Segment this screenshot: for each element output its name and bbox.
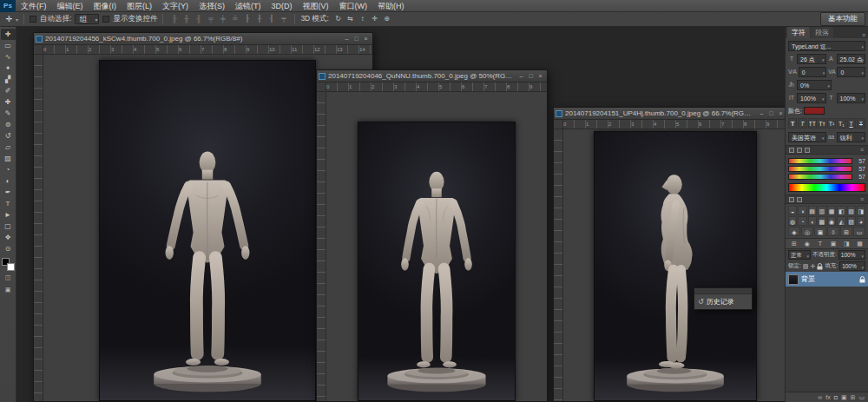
3d-mode-icon[interactable]: ↻ [332, 14, 344, 24]
tab-character[interactable]: 字符 [787, 27, 810, 38]
adjustment-icon[interactable]: ◒ [788, 206, 797, 215]
text-style-superscript-button[interactable]: T¹ [827, 118, 836, 129]
restore-button[interactable]: □ [766, 108, 776, 119]
opacity-field[interactable]: 100% [838, 250, 865, 260]
menu-item[interactable]: 3D(D) [266, 0, 298, 12]
adjustment-icon[interactable]: ▧ [847, 206, 856, 215]
adjustment-icon[interactable]: ◍ [788, 216, 797, 226]
minimize-button[interactable]: – [516, 70, 526, 82]
minimize-button[interactable]: – [342, 33, 352, 44]
eraser-tool[interactable]: ▱ [1, 142, 16, 153]
lock-all-icon[interactable] [817, 263, 823, 270]
adjustment-icon[interactable]: ◊ [827, 227, 839, 236]
document-window-side[interactable]: 20140719204151_UP4Hj.thumb.700_0.jpeg @ … [553, 107, 788, 402]
vertical-ruler[interactable] [34, 55, 43, 401]
align-icon[interactable]: ╧ [229, 14, 240, 24]
quick-mask-button[interactable]: ◫ [1, 273, 16, 283]
canvas-pasteboard[interactable] [326, 92, 547, 401]
panel-tab-icon[interactable] [789, 197, 794, 202]
color-slider-bar[interactable] [788, 158, 852, 164]
text-style-strikethrough-button[interactable]: T [857, 118, 865, 129]
clone-stamp-tool[interactable]: ⊚ [1, 119, 16, 130]
screen-mode-button[interactable]: ▣ [1, 285, 16, 295]
close-button[interactable]: × [361, 33, 371, 44]
text-style-small-caps-button[interactable]: Tᴛ [818, 118, 826, 129]
rect-marquee-tool[interactable]: ▭ [1, 40, 16, 51]
canvas-pasteboard[interactable] [563, 129, 787, 401]
window-titlebar[interactable]: 20140719204151_UP4Hj.thumb.700_0.jpeg @ … [554, 108, 787, 120]
close-button[interactable]: × [536, 70, 545, 82]
adjustment-icon[interactable]: ◑ [798, 206, 806, 215]
align-icon[interactable]: ╟ [168, 14, 180, 24]
panel-tab-icon[interactable] [789, 148, 794, 153]
auto-select-dropdown[interactable]: 组 [75, 14, 99, 24]
horizontal-ruler[interactable]: 01234567891011121314 [563, 120, 787, 129]
photo-back[interactable] [358, 122, 516, 401]
document-window-back[interactable]: 20140719204046_QuNNU.thumb.700_0.jpeg @ … [316, 69, 548, 402]
3d-mode-icon[interactable]: ✛ [369, 14, 380, 24]
panel-menu-icon[interactable]: ≡ [860, 147, 865, 153]
menu-item[interactable]: 编辑(E) [52, 0, 89, 12]
align-icon[interactable]: ┨ [266, 14, 277, 24]
layer-thumbnail[interactable] [788, 274, 799, 285]
menu-item[interactable]: 滤镜(T) [230, 0, 266, 12]
window-titlebar[interactable]: 20140719204456_kSCw4.thumb.700_0.jpeg @ … [34, 33, 372, 45]
menu-item[interactable]: 图层(L) [122, 0, 157, 12]
align-icon[interactable]: ┠ [241, 14, 253, 24]
auto-select-checkbox[interactable] [30, 16, 36, 23]
panel-tab-icon[interactable] [797, 148, 802, 153]
adjustment-icon[interactable]: ◎ [801, 227, 813, 236]
align-icon[interactable]: ╂ [253, 14, 265, 24]
fill-field[interactable]: 100% [839, 261, 865, 271]
panel-menu-icon[interactable]: ≡ [860, 196, 865, 202]
workspace-switcher-button[interactable]: 基本功能 [820, 12, 865, 26]
spot-healing-tool[interactable]: ✚ [1, 96, 16, 108]
color-slider[interactable]: 57 [788, 173, 865, 181]
minimize-button[interactable]: – [757, 108, 766, 119]
adjustment-icon[interactable]: ▨ [847, 216, 856, 226]
language-dropdown[interactable]: 美国英语 [788, 132, 826, 142]
photo-front[interactable] [99, 60, 316, 401]
menu-item[interactable]: 选择(S) [194, 0, 230, 12]
color-slider[interactable]: 57 [788, 157, 865, 165]
adjustment-icon[interactable]: ◈ [788, 227, 800, 236]
adjustment-icon[interactable]: ◭ [837, 216, 845, 226]
menu-item[interactable]: 窗口(W) [334, 0, 373, 12]
tab-paragraph[interactable]: 段落 [811, 27, 833, 38]
layers-bottom-icon[interactable]: fx [825, 394, 830, 400]
gradient-tool[interactable]: ▨ [1, 153, 16, 164]
pen-tool[interactable]: ✒ [1, 187, 16, 198]
font-family-dropdown[interactable]: TypeLand 逗... [788, 41, 865, 51]
restore-button[interactable]: □ [526, 70, 536, 82]
layer-filter-icon[interactable]: ⊞ [788, 241, 799, 247]
align-icon[interactable]: ┯ [278, 14, 289, 24]
horizontal-ruler[interactable]: 01234567891011121314 [326, 82, 547, 92]
dodge-tool[interactable]: ◐ [1, 175, 16, 187]
text-style-italic-button[interactable]: T [798, 118, 806, 129]
tsume-dropdown[interactable]: 0% [797, 80, 832, 90]
lock-transparency-icon[interactable]: ▨ [803, 263, 809, 270]
color-slider-bar[interactable] [788, 166, 852, 172]
tracking-dropdown[interactable]: 0 [837, 67, 865, 77]
history-panel-tooltip[interactable]: ↺ 历史记录 [694, 287, 753, 310]
3d-mode-icon[interactable]: ↕ [357, 14, 368, 24]
color-spectrum-bar[interactable] [788, 183, 865, 192]
adjustment-icon[interactable]: ◕ [857, 216, 865, 226]
text-style-all-caps-button[interactable]: TT [808, 118, 817, 129]
shape-tool[interactable]: ▢ [1, 221, 16, 232]
menu-item[interactable]: 文件(F) [16, 0, 52, 12]
layers-bottom-icon[interactable]: ⊞ [851, 394, 856, 401]
lasso-tool[interactable]: ∿ [1, 51, 16, 63]
align-icon[interactable]: ╢ [193, 14, 204, 24]
eyedropper-tool[interactable]: ✐ [1, 85, 16, 96]
menu-item[interactable]: 帮助(H) [372, 0, 410, 12]
panel-menu-icon[interactable]: ≡ [862, 32, 866, 38]
kerning-dropdown[interactable]: 0 [799, 67, 827, 77]
show-transform-checkbox[interactable] [102, 16, 109, 23]
adjustment-icon[interactable]: ◔ [798, 216, 806, 226]
text-style-subscript-button[interactable]: T₁ [837, 118, 845, 129]
panel-tab-icon[interactable] [805, 148, 810, 153]
adjustment-icon[interactable]: ▦ [827, 206, 836, 215]
background-color-swatch[interactable] [7, 263, 15, 271]
adjustment-icon[interactable]: ◖ [808, 216, 817, 226]
